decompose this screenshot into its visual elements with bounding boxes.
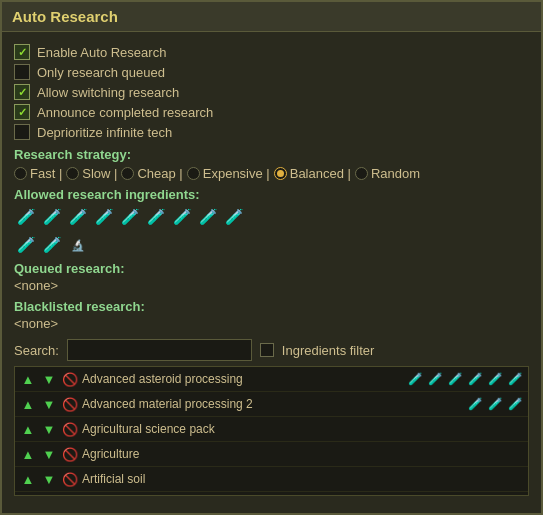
blacklisted-value: <none> [14, 316, 529, 331]
flask-green[interactable]: 🧪 [40, 205, 64, 229]
flask-purple-2[interactable]: 🧪 [14, 233, 38, 257]
flask-gray[interactable]: 🧪 [170, 205, 194, 229]
flask-icon: 🧪 [446, 370, 464, 388]
block-icon[interactable]: 🚫 [61, 445, 79, 463]
research-row[interactable]: ▲ ▼ 🚫 Advanced material processing 2 🧪 🧪… [15, 392, 528, 417]
block-icon[interactable]: 🚫 [61, 420, 79, 438]
radio-expensive[interactable] [187, 167, 200, 180]
flask-icon: 🧪 [466, 370, 484, 388]
flask-blue[interactable]: 🧪 [40, 233, 64, 257]
research-flasks: 🧪 🧪 🧪 🧪 🧪 🧪 [406, 370, 524, 388]
down-icon[interactable]: ▼ [40, 395, 58, 413]
title-text: Auto Research [12, 8, 118, 25]
block-icon[interactable]: 🚫 [61, 370, 79, 388]
blacklisted-label: Blacklisted research: [14, 299, 529, 314]
strategy-options: Fast | Slow | Cheap | Expensive | Balanc… [14, 166, 529, 181]
ingredients-filter-label: Ingredients filter [282, 343, 375, 358]
up-icon[interactable]: ▲ [19, 370, 37, 388]
enable-auto-research-checkbox[interactable] [14, 44, 30, 60]
checkbox-allow-switching: Allow switching research [14, 84, 529, 100]
announce-completed-label: Announce completed research [37, 105, 213, 120]
only-research-queued-label: Only research queued [37, 65, 165, 80]
strategy-random[interactable]: Random [355, 166, 420, 181]
deprioritize-infinite-checkbox[interactable] [14, 124, 30, 140]
flask-gray-2[interactable]: 🔬 [66, 233, 90, 257]
checkbox-announce-completed: Announce completed research [14, 104, 529, 120]
flask-icon: 🧪 [486, 370, 504, 388]
strategy-fast[interactable]: Fast | [14, 166, 62, 181]
radio-balanced[interactable] [274, 167, 287, 180]
checkbox-deprioritize-infinite: Deprioritize infinite tech [14, 124, 529, 140]
allow-switching-checkbox[interactable] [14, 84, 30, 100]
checkbox-only-research-queued: Only research queued [14, 64, 529, 80]
strategy-balanced[interactable]: Balanced | [274, 166, 351, 181]
flask-icon: 🧪 [466, 395, 484, 413]
flask-row-1: 🧪 🧪 🧪 🧪 🧪 🧪 🧪 🧪 🧪 [14, 205, 529, 229]
auto-research-window: Auto Research Enable Auto Research Only … [0, 0, 543, 515]
flask-icon: 🧪 [406, 370, 424, 388]
block-icon[interactable]: 🚫 [61, 470, 79, 488]
block-icon[interactable]: 🚫 [61, 395, 79, 413]
research-name: Artificial soil [82, 472, 521, 486]
up-icon[interactable]: ▲ [19, 395, 37, 413]
research-row[interactable]: ▲ ▼ 🚫 Advanced asteroid processing 🧪 🧪 🧪… [15, 367, 528, 392]
research-flasks: 🧪 🧪 🧪 [466, 395, 524, 413]
window-title: Auto Research [2, 2, 541, 32]
research-name: Advanced asteroid processing [82, 372, 403, 386]
flask-teal[interactable]: 🧪 [66, 205, 90, 229]
down-icon[interactable]: ▼ [40, 420, 58, 438]
strategy-slow[interactable]: Slow | [66, 166, 117, 181]
enable-auto-research-label: Enable Auto Research [37, 45, 166, 60]
research-name: Agriculture [82, 447, 521, 461]
radio-random-label: Random [371, 166, 420, 181]
up-icon[interactable]: ▲ [19, 470, 37, 488]
down-icon[interactable]: ▼ [40, 470, 58, 488]
radio-fast-label: Fast | [30, 166, 62, 181]
radio-fast[interactable] [14, 167, 27, 180]
search-label: Search: [14, 343, 59, 358]
only-research-queued-checkbox[interactable] [14, 64, 30, 80]
search-row: Search: Ingredients filter [14, 339, 529, 361]
ingredients-filter-checkbox[interactable] [260, 343, 274, 357]
deprioritize-infinite-label: Deprioritize infinite tech [37, 125, 172, 140]
allow-switching-label: Allow switching research [37, 85, 179, 100]
radio-slow[interactable] [66, 167, 79, 180]
strategy-expensive[interactable]: Expensive | [187, 166, 270, 181]
search-input[interactable] [67, 339, 252, 361]
research-list: ▲ ▼ 🚫 Advanced asteroid processing 🧪 🧪 🧪… [14, 366, 529, 496]
radio-random[interactable] [355, 167, 368, 180]
research-name: Advanced material processing 2 [82, 397, 463, 411]
flask-white[interactable]: 🧪 [144, 205, 168, 229]
strategy-label: Research strategy: [14, 147, 529, 162]
flask-row-2: 🧪 🧪 🔬 [14, 233, 529, 257]
radio-cheap[interactable] [121, 167, 134, 180]
flask-orange[interactable]: 🧪 [196, 205, 220, 229]
flask-icon: 🧪 [506, 370, 524, 388]
flask-yellow[interactable]: 🧪 [118, 205, 142, 229]
checkbox-enable-auto-research: Enable Auto Research [14, 44, 529, 60]
research-name: Agricultural science pack [82, 422, 521, 436]
radio-cheap-label: Cheap | [137, 166, 182, 181]
up-icon[interactable]: ▲ [19, 445, 37, 463]
radio-balanced-label: Balanced | [290, 166, 351, 181]
up-icon[interactable]: ▲ [19, 420, 37, 438]
flask-purple[interactable]: 🧪 [92, 205, 116, 229]
flask-icon: 🧪 [426, 370, 444, 388]
strategy-cheap[interactable]: Cheap | [121, 166, 182, 181]
content-area: Enable Auto Research Only research queue… [2, 32, 541, 504]
queued-label: Queued research: [14, 261, 529, 276]
flask-red[interactable]: 🧪 [14, 205, 38, 229]
down-icon[interactable]: ▼ [40, 370, 58, 388]
flask-icon: 🧪 [506, 395, 524, 413]
research-row[interactable]: ▲ ▼ 🚫 Artificial soil [15, 467, 528, 492]
research-row[interactable]: ▲ ▼ 🚫 Agricultural science pack [15, 417, 528, 442]
queued-value: <none> [14, 278, 529, 293]
announce-completed-checkbox[interactable] [14, 104, 30, 120]
radio-slow-label: Slow | [82, 166, 117, 181]
radio-expensive-label: Expensive | [203, 166, 270, 181]
down-icon[interactable]: ▼ [40, 445, 58, 463]
ingredients-label: Allowed research ingredients: [14, 187, 529, 202]
flask-dark[interactable]: 🧪 [222, 205, 246, 229]
flask-icon: 🧪 [486, 395, 504, 413]
research-row[interactable]: ▲ ▼ 🚫 Agriculture [15, 442, 528, 467]
